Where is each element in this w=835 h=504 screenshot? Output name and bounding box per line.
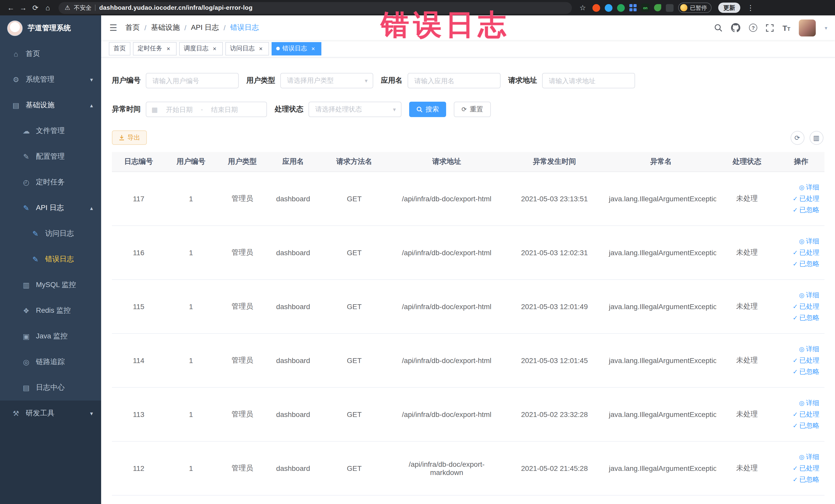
export-button[interactable]: 导出 bbox=[112, 130, 147, 145]
sidebar-item-api-log[interactable]: ✎API 日志▴ bbox=[0, 195, 101, 221]
user-type-select[interactable]: 请选择用户类型 ▾ bbox=[280, 73, 373, 88]
request-url-filter: 请求地址 bbox=[508, 73, 635, 88]
cell-actions: ◎详细✓已处理✓已忽略 bbox=[778, 172, 824, 225]
github-icon[interactable] bbox=[731, 23, 740, 32]
tab-access-log[interactable]: 访问日志× bbox=[225, 42, 269, 55]
extension-puzzle-icon[interactable] bbox=[666, 4, 674, 12]
sidebar-item-access-log[interactable]: ✎访问日志 bbox=[0, 221, 101, 246]
ignored-link[interactable]: ✓已忽略 bbox=[793, 421, 819, 430]
tab-schedule-log[interactable]: 调度日志× bbox=[179, 42, 223, 55]
processed-link[interactable]: ✓已处理 bbox=[793, 463, 819, 473]
request-url-input[interactable] bbox=[542, 73, 635, 88]
avatar-chevron-down-icon[interactable]: ▾ bbox=[825, 25, 827, 31]
help-icon[interactable]: ? bbox=[749, 24, 757, 32]
sidebar-item-label: 基础设施 bbox=[26, 101, 55, 110]
sidebar-item-java[interactable]: ▣Java 监控 bbox=[0, 323, 101, 349]
back-icon[interactable]: ← bbox=[5, 2, 16, 14]
check-icon: ✓ bbox=[793, 249, 798, 256]
sidebar-item-system[interactable]: ⚙系统管理▾ bbox=[0, 67, 101, 93]
sidebar-item-label: 系统管理 bbox=[26, 75, 55, 84]
sidebar-item-dev-tools[interactable]: ⚒研发工具▾ bbox=[0, 401, 101, 426]
update-button[interactable]: 更新 bbox=[718, 3, 740, 13]
sidebar-item-task[interactable]: ◴定时任务 bbox=[0, 169, 101, 195]
tab-scheduled-task[interactable]: 定时任务× bbox=[133, 42, 177, 55]
close-icon[interactable]: × bbox=[211, 45, 218, 52]
font-size-icon[interactable]: T T bbox=[782, 23, 790, 32]
close-icon[interactable]: × bbox=[309, 45, 317, 52]
action-links: ◎详细✓已处理✓已忽略 bbox=[781, 290, 819, 322]
paused-extension-badge[interactable]: 已暂停 bbox=[678, 3, 712, 13]
reset-button[interactable]: ⟳ 重置 bbox=[454, 102, 491, 117]
breadcrumb-item[interactable]: 首页 bbox=[125, 23, 140, 32]
range-separator: - bbox=[201, 106, 203, 113]
cell-app: dashboard bbox=[268, 333, 318, 387]
reload-icon[interactable]: ⟳ bbox=[30, 2, 41, 14]
browser-menu-kebab-icon[interactable]: ⋮ bbox=[745, 2, 756, 14]
process-status-select[interactable]: 请选择处理状态 ▾ bbox=[308, 102, 402, 117]
close-icon[interactable]: × bbox=[165, 45, 172, 52]
sidebar-item-file[interactable]: ☁文件管理 bbox=[0, 118, 101, 144]
ignored-link[interactable]: ✓已忽略 bbox=[793, 367, 819, 376]
sidebar-item-home[interactable]: ⌂首页 bbox=[0, 41, 101, 67]
sidebar-item-trace[interactable]: ◎链路追踪 bbox=[0, 349, 101, 375]
cell-time: 2021-05-03 12:02:31 bbox=[503, 225, 606, 279]
extension-on-badge[interactable]: on bbox=[641, 4, 649, 12]
ignored-link[interactable]: ✓已忽略 bbox=[793, 475, 819, 484]
cell-time: 2021-05-02 21:45:28 bbox=[503, 441, 606, 495]
processed-link[interactable]: ✓已处理 bbox=[793, 409, 819, 419]
extension-grid-icon[interactable] bbox=[629, 4, 636, 11]
forward-icon[interactable]: → bbox=[18, 2, 29, 14]
browser-home-icon[interactable]: ⌂ bbox=[42, 2, 54, 14]
detail-link[interactable]: ◎详细 bbox=[799, 290, 819, 300]
end-date-input[interactable] bbox=[206, 105, 243, 113]
extension-orange-icon[interactable] bbox=[592, 4, 600, 12]
app-name-input[interactable] bbox=[408, 73, 501, 88]
columns-toggle-button[interactable]: ▥ bbox=[809, 131, 823, 144]
app-logo[interactable]: 芋道管理系统 bbox=[0, 15, 101, 41]
sidebar-item-config[interactable]: ✎配置管理 bbox=[0, 144, 101, 169]
processed-link[interactable]: ✓已处理 bbox=[793, 194, 819, 203]
detail-link[interactable]: ◎详细 bbox=[799, 237, 819, 246]
detail-link[interactable]: ◎详细 bbox=[799, 398, 819, 407]
check-icon: ✓ bbox=[793, 368, 798, 375]
extension-leaf-icon[interactable] bbox=[654, 4, 661, 11]
processed-link[interactable]: ✓已处理 bbox=[793, 302, 819, 311]
table-row: 1171管理员dashboardGET/api/infra/db-doc/exp… bbox=[112, 172, 824, 225]
url-text: dashboard.yudao.iocoder.cn/infra/log/api… bbox=[99, 4, 252, 11]
action-label: 已处理 bbox=[799, 302, 819, 311]
user-id-input[interactable] bbox=[146, 73, 239, 88]
bookmark-star-icon[interactable]: ☆ bbox=[577, 2, 588, 14]
tab-error-log[interactable]: 错误日志× bbox=[271, 42, 321, 55]
action-label: 已忽略 bbox=[799, 475, 819, 484]
address-bar[interactable]: ⚠ 不安全 dashboard.yudao.iocoder.cn/infra/l… bbox=[59, 2, 572, 14]
avatar[interactable] bbox=[799, 19, 816, 36]
ignored-link[interactable]: ✓已忽略 bbox=[793, 259, 819, 268]
search-button[interactable]: 搜索 bbox=[409, 102, 446, 117]
sidebar-item-error-log[interactable]: ✎错误日志 bbox=[0, 246, 101, 272]
breadcrumb-item[interactable]: 基础设施 bbox=[151, 23, 180, 32]
processed-link[interactable]: ✓已处理 bbox=[793, 356, 819, 365]
breadcrumb-item[interactable]: API 日志 bbox=[191, 23, 219, 32]
sidebar-item-infra[interactable]: ▤基础设施▴ bbox=[0, 93, 101, 118]
ignored-link[interactable]: ✓已忽略 bbox=[793, 313, 819, 322]
fullscreen-icon[interactable] bbox=[766, 24, 774, 32]
detail-link[interactable]: ◎详细 bbox=[799, 344, 819, 354]
close-icon[interactable]: × bbox=[257, 45, 264, 52]
processed-link[interactable]: ✓已处理 bbox=[793, 248, 819, 257]
extension-green-icon[interactable] bbox=[617, 4, 625, 12]
detail-link[interactable]: ◎详细 bbox=[799, 183, 819, 192]
sidebar-item-log-center[interactable]: ▤日志中心 bbox=[0, 375, 101, 401]
extension-blue-drop-icon[interactable] bbox=[605, 4, 612, 12]
sidebar-item-redis[interactable]: ❖Redis 监控 bbox=[0, 298, 101, 323]
start-date-input[interactable] bbox=[161, 105, 198, 113]
hamburger-icon[interactable]: ☰ bbox=[101, 22, 125, 33]
tab-home[interactable]: 首页 bbox=[109, 42, 130, 55]
ignored-link[interactable]: ✓已忽略 bbox=[793, 205, 819, 215]
sidebar-item-mysql[interactable]: ▥MySQL 监控 bbox=[0, 272, 101, 298]
search-icon[interactable] bbox=[714, 24, 722, 32]
cell-status: 未处理 bbox=[716, 279, 778, 333]
detail-link[interactable]: ◎详细 bbox=[799, 452, 819, 461]
action-label: 详细 bbox=[806, 452, 819, 461]
refresh-button[interactable]: ⟳ bbox=[790, 131, 804, 144]
exception-time-range[interactable]: ▦ - bbox=[146, 102, 267, 117]
